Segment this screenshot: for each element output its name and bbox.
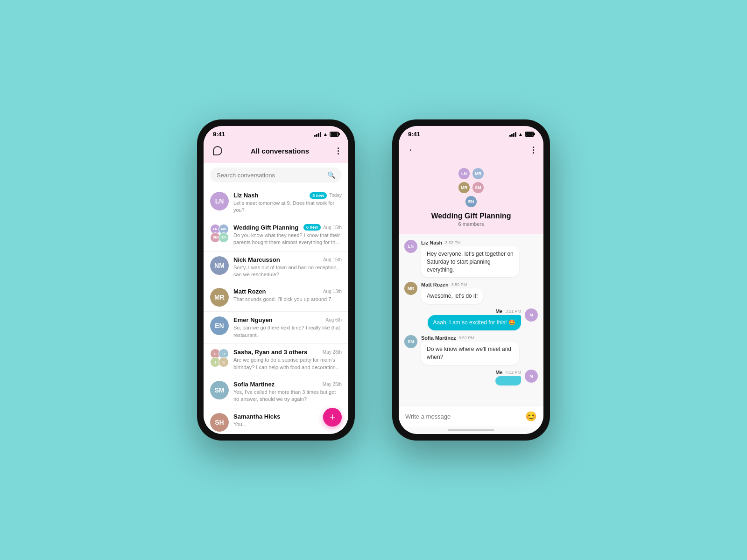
msg-content-me-2: Me 4:12 PM: [495, 370, 521, 385]
compose-button[interactable]: [211, 144, 224, 157]
search-bar[interactable]: 🔍: [210, 168, 342, 182]
search-input[interactable]: [217, 172, 324, 179]
avatar-emer: EN: [210, 316, 229, 335]
wifi-icon-right: ▲: [518, 132, 523, 137]
conversation-item-nick[interactable]: NM Nick Marcusson Aug 15th Sorry, I was …: [204, 252, 348, 284]
conv-preview: Yes, I've called her more than 3 times b…: [233, 389, 342, 403]
group-name: Wedding Gift Planning: [431, 212, 511, 220]
msg-avatar-sofia: SM: [404, 335, 417, 348]
new-conversation-fab[interactable]: +: [323, 408, 342, 427]
msg-time: 3:50 PM: [451, 282, 467, 287]
chat-bubble-icon: [213, 146, 222, 155]
conversation-item-wedding-gift[interactable]: LN MR SM EN Wedding Gift Planning 6 new …: [204, 219, 348, 252]
dots-icon-right: [533, 147, 534, 154]
battery-icon-right: [525, 132, 534, 137]
conversation-item-liz-nash[interactable]: LN Liz Nash 3 new Today Let's meet tomor…: [204, 187, 348, 219]
msg-sender: Matt Rozen: [421, 282, 449, 287]
conversation-item-sofia[interactable]: SM Sofia Martinez May 25th Yes, I've cal…: [204, 376, 348, 408]
message-me-partial: M Me 4:12 PM: [404, 370, 538, 385]
chat-screen: 9:41 ▲ ← LN MR: [399, 126, 543, 434]
msg-avatar-me: M: [525, 308, 538, 322]
conv-body-emer: Emer Nguyen Aug 6th So, can we go there …: [233, 316, 342, 339]
conv-name: Emer Nguyen: [233, 316, 273, 323]
avatar-samantha: SH: [210, 413, 229, 432]
conv-preview: That sounds good. I'll pick you up aroun…: [233, 296, 342, 303]
avatar-liz-nash: LN: [210, 192, 229, 210]
message-input[interactable]: [405, 413, 521, 420]
time-right: 9:41: [408, 131, 420, 138]
avatar-nick: NM: [210, 256, 229, 275]
conv-preview: Do you know what they need? I know that …: [233, 232, 342, 246]
msg-content-liz: Liz Nash 3:32 PM Hey everyone, let's get…: [421, 240, 519, 277]
more-options-button-left[interactable]: [336, 146, 341, 156]
conv-date: Aug 15th: [323, 257, 342, 262]
signal-icon: [314, 132, 321, 137]
search-bar-container: 🔍: [204, 163, 348, 187]
dots-icon-left: [338, 147, 339, 154]
more-options-button-right[interactable]: [531, 145, 536, 155]
conv-body-sasha: Sasha, Ryan and 3 others May 28th Are we…: [233, 349, 342, 371]
group-avatar-1: LN: [458, 167, 471, 180]
phone-left: 9:41 ▲ All conversations: [197, 119, 355, 441]
conversation-item-matt[interactable]: MR Matt Rozen Aug 13th That sounds good.…: [204, 283, 348, 312]
msg-time: 3:51 PM: [505, 309, 521, 314]
conv-name: Nick Marcusson: [233, 256, 280, 263]
msg-bubble-liz: Hey everyone, let's get together on Satu…: [421, 246, 519, 277]
message-input-bar: 😊: [399, 406, 543, 427]
msg-sender: Liz Nash: [421, 240, 442, 245]
msg-content-me: Me 3:51 PM Aaah, I am so excited for thi…: [428, 308, 521, 330]
conv-date: May 25th: [323, 382, 342, 387]
conv-date: Aug 13th: [323, 289, 342, 294]
conv-preview: So, can we go there next time? I really …: [233, 324, 342, 339]
emoji-button[interactable]: 😊: [525, 411, 537, 422]
conversation-item-sasha-ryan[interactable]: S R J K Sasha, Ryan and 3 others May 28t…: [204, 344, 348, 376]
group-info: LN MR MR SM EN Wedding Gift Planning 6 m…: [399, 162, 543, 234]
messages-area: LN Liz Nash 3:32 PM Hey everyone, let's …: [399, 234, 543, 406]
message-matt-rozen: MR Matt Rozen 3:50 PM Awesome, let's do …: [404, 282, 538, 304]
msg-bubble-sofia: Do we know where we'll meet and when?: [421, 342, 519, 365]
status-bar-left: 9:41 ▲: [204, 126, 348, 140]
msg-time: 3:52 PM: [459, 336, 475, 340]
chat-header: ←: [399, 140, 543, 162]
msg-sender: Me: [495, 308, 502, 314]
group-members-count: 6 members: [458, 221, 484, 227]
conv-body-sofia: Sofia Martinez May 25th Yes, I've called…: [233, 381, 342, 403]
group-avatar-3: MR: [458, 181, 471, 194]
time-left: 9:41: [213, 131, 225, 138]
msg-content-sofia: Sofia Martinez 3:52 PM Do we know where …: [421, 335, 519, 365]
back-button[interactable]: ←: [406, 143, 418, 157]
msg-bubble-partial: [495, 376, 521, 385]
conversations-screen: 9:41 ▲ All conversations: [204, 126, 348, 434]
msg-bubble-matt: Awesome, let's do it!: [421, 288, 483, 304]
home-indicator: [399, 427, 543, 434]
conv-body-matt: Matt Rozen Aug 13th That sounds good. I'…: [233, 288, 342, 303]
conv-preview: Are we going to do a suprise party for m…: [233, 357, 342, 371]
msg-sender: Sofia Martinez: [421, 335, 456, 341]
msg-avatar-me-2: M: [525, 370, 538, 383]
conv-name: Wedding Gift Planning: [233, 224, 298, 231]
conv-name: Samantha Hicks: [233, 413, 280, 420]
conv-preview: Sorry, I was out of town and had no rece…: [233, 264, 342, 279]
avatar-matt: MR: [210, 288, 229, 307]
msg-bubble-me: Aaah, I am so excited for this! 🤩: [428, 315, 521, 330]
group-avatar-2: MR: [472, 167, 485, 180]
conv-preview: Let's meet tomorrow at 9. Does that work…: [233, 200, 342, 214]
conv-name: Liz Nash: [233, 192, 258, 199]
msg-time: 4:12 PM: [505, 370, 521, 375]
search-icon: 🔍: [327, 171, 335, 179]
avatar-sofia: SM: [210, 381, 229, 399]
conv-date: Aug 15th: [323, 225, 342, 230]
conv-name: Sofia Martinez: [233, 381, 275, 388]
status-icons-left: ▲: [314, 132, 339, 137]
msg-time: 3:32 PM: [445, 240, 461, 245]
conversation-item-emer[interactable]: EN Emer Nguyen Aug 6th So, can we go the…: [204, 312, 348, 344]
conv-name: Matt Rozen: [233, 288, 266, 295]
new-badge: 3 new: [310, 192, 327, 199]
message-liz-nash: LN Liz Nash 3:32 PM Hey everyone, let's …: [404, 240, 538, 277]
message-sofia: SM Sofia Martinez 3:52 PM Do we know whe…: [404, 335, 538, 365]
msg-sender: Me: [495, 370, 502, 375]
group-avatar-4: SM: [472, 181, 485, 194]
conv-name: Sasha, Ryan and 3 others: [233, 349, 307, 356]
conv-date: May 28th: [323, 350, 342, 355]
msg-avatar-matt: MR: [404, 282, 417, 295]
